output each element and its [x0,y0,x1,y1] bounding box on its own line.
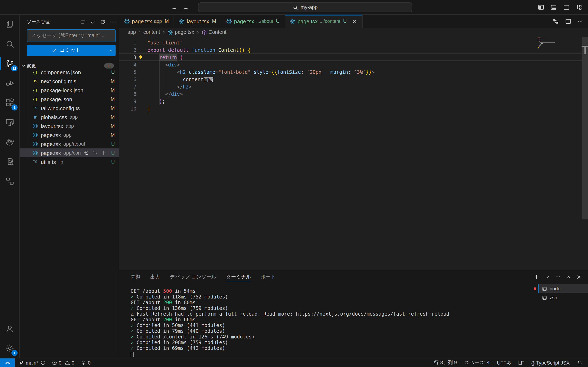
editor-tab[interactable]: page.tsx.../aboutU [222,15,285,28]
refresh-icon[interactable] [100,19,106,25]
commit-message-input[interactable]: メッセージ (⌘Enter で "main" ... [27,29,116,42]
scm-file-row[interactable]: {}package-lock.jsonM [20,86,119,95]
warning-icon [65,360,70,365]
toggle-secondary-sidebar-icon[interactable] [563,4,570,11]
scm-file-row[interactable]: layout.tsxappM [20,122,119,131]
activity-dev-container-icon[interactable] [0,152,20,171]
editor-tab[interactable]: page.tsxappM [119,15,174,28]
forward-icon[interactable]: → [183,4,189,10]
scm-file-row[interactable]: TSutils.tslibU [20,157,119,166]
activity-extensions-icon[interactable]: 1 [0,93,20,113]
discard-changes-icon[interactable] [92,150,98,156]
activity-remote-explorer-icon[interactable] [0,113,20,132]
git-branch-icon [19,360,24,365]
problems-status[interactable]: 0 0 [52,360,74,366]
scm-file-row[interactable]: page.tsxapp/aboutU [20,140,119,149]
split-editor-icon[interactable] [565,18,572,25]
editor-tab[interactable]: page.tsx.../contentU [285,15,363,28]
terminal-dropdown-icon[interactable] [545,275,550,279]
view-as-tree-icon[interactable] [80,19,86,25]
terminal-list-item[interactable]: zsh [538,293,588,302]
code-line: ); [147,98,165,105]
braces-icon: {} [531,360,535,366]
code-editor[interactable]: 1"use client"2export default function Co… [119,37,588,270]
tab-status-letter: U [343,18,347,24]
scm-file-row[interactable]: page.tsxappM [20,131,119,140]
activity-connections-icon[interactable] [0,171,20,191]
maximize-panel-icon[interactable] [566,275,571,279]
editor-scrollbar[interactable] [582,37,588,219]
terminal-output[interactable]: GET /about 500 in 54ms✓ Compiled in 118m… [131,288,449,351]
git-status-letter: M [111,87,115,93]
eol[interactable]: LF [518,360,524,366]
back-icon[interactable]: ← [172,4,177,10]
breadcrumb-item[interactable]: page.tsx [167,29,194,35]
editor-tab[interactable]: layout.tsxM [174,15,222,28]
search-icon [293,5,298,10]
breadcrumb-item[interactable]: content [143,29,160,35]
commit-dropdown-button[interactable] [106,45,116,56]
activity-source-control-icon[interactable]: 11 [0,54,20,73]
command-center-search[interactable]: my-app [198,2,412,12]
notifications-bell[interactable] [577,360,582,365]
terminal-line: ⚠ Fast Refresh had to perform a full rel… [131,311,449,317]
activity-settings-icon[interactable]: 1 [0,338,20,358]
commit-label: コミット [60,47,81,54]
scm-file-row[interactable]: #globals.cssappM [20,113,119,122]
breadcrumb-separator: › [163,29,164,35]
panel-tab[interactable]: 出力 [150,270,160,284]
branch-status[interactable]: main* [19,360,45,366]
file-name: utils.ts [41,159,56,165]
file-name: layout.tsx [41,123,63,129]
git-status-letter: M [111,105,115,111]
react-icon [167,29,173,35]
panel-more-actions-icon[interactable] [555,274,561,280]
terminal-line: ✓ Compiled in 208ms (759 modules) [131,340,449,345]
breadcrumb-item[interactable]: Content [201,29,226,35]
lightbulb-icon[interactable] [138,55,143,60]
activity-explorer-icon[interactable] [0,15,20,34]
terminal-list-item[interactable]: node [538,284,588,293]
git-status-letter: U [111,150,115,156]
open-changes-icon[interactable] [552,18,559,25]
panel-tab[interactable]: デバッグ コンソール [170,270,216,284]
panel-tab[interactable]: ターミナル [226,270,251,284]
cursor-position[interactable]: 行 3、列 9 [434,359,457,366]
file-type-react-icon [32,141,38,147]
editor-more-actions-icon[interactable] [577,18,583,24]
open-file-icon[interactable] [84,150,89,156]
scm-file-row[interactable]: {}package.jsonM [20,95,119,104]
encoding[interactable]: UTF-8 [497,360,511,366]
minimap-line [538,38,540,38]
breadcrumb-item[interactable]: app [127,29,136,35]
activity-run-and-debug-icon[interactable] [0,73,20,93]
commit-icon[interactable] [90,19,96,25]
language-mode[interactable]: {} TypeScript JSX [531,360,570,366]
scm-file-row[interactable]: {}components.jsonU [20,68,119,77]
activity-search-icon[interactable] [0,34,20,54]
new-terminal-icon[interactable] [534,274,539,280]
scm-file-row[interactable]: page.tsxapp/cont...U [20,149,119,157]
activity-docker-icon[interactable] [0,132,20,152]
file-type-ts-icon: TS [32,106,38,110]
toggle-panel-icon[interactable] [550,4,557,11]
ports-status[interactable]: 0 [81,360,90,366]
minimap-line [539,46,540,47]
tab-file-name: layout.tsx [187,18,209,24]
more-actions-icon[interactable] [110,19,116,25]
panel-tab[interactable]: 問題 [131,270,140,284]
close-tab-icon[interactable] [352,18,357,24]
close-panel-icon[interactable] [576,274,581,280]
toggle-primary-sidebar-icon[interactable] [538,4,544,11]
stage-changes-icon[interactable] [101,150,107,156]
remote-indicator[interactable]: >< [0,358,15,367]
terminal-line: GET /about 500 in 54ms [131,288,449,294]
minimap-line [538,39,546,39]
scm-file-row[interactable]: JSnext.config.mjsM [20,77,119,86]
indentation[interactable]: スペース: 4 [464,359,490,366]
scm-file-row[interactable]: TStailwind.config.tsM [20,104,119,113]
activity-accounts-icon[interactable] [0,319,20,338]
customize-layout-icon[interactable] [576,4,582,11]
commit-button[interactable]: コミット [27,45,116,56]
panel-tab[interactable]: ポート [261,270,276,284]
